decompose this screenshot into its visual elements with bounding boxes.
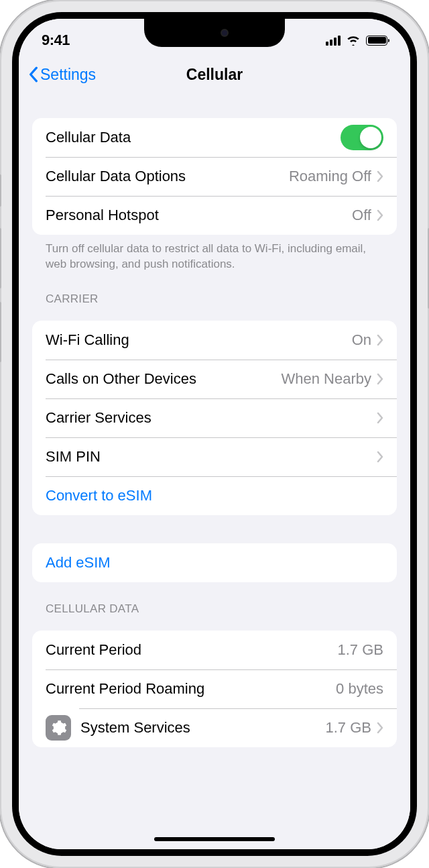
row-label: Cellular Data [46,129,341,146]
row-cellular-data[interactable]: Cellular Data [32,118,397,157]
row-label: Carrier Services [46,409,377,427]
row-label: Personal Hotspot [46,207,352,224]
settings-group-carrier: Wi-Fi Calling On Calls on Other Devices … [32,321,397,515]
row-value: When Nearby [281,370,371,388]
row-label: Calls on Other Devices [46,370,281,388]
row-calls-other-devices[interactable]: Calls on Other Devices When Nearby [32,360,397,398]
row-label: Wi-Fi Calling [46,331,352,349]
gear-icon [46,715,71,741]
row-label: Current Period [46,641,338,659]
row-cellular-data-options[interactable]: Cellular Data Options Roaming Off [32,157,397,196]
settings-group-usage: Current Period 1.7 GB Current Period Roa… [32,631,397,747]
wifi-icon [346,35,361,46]
cellular-signal-icon [326,36,341,46]
nav-header: Settings Cellular [19,56,410,93]
row-value: 1.7 GB [326,719,371,737]
back-label: Settings [40,66,96,84]
row-label: System Services [80,719,326,737]
section-header-carrier: CARRIER [32,292,397,311]
chevron-right-icon [377,334,383,346]
row-current-period-roaming: Current Period Roaming 0 bytes [32,669,397,708]
row-carrier-services[interactable]: Carrier Services [32,398,397,437]
row-add-esim[interactable]: Add eSIM [32,543,397,582]
row-system-services[interactable]: System Services 1.7 GB [32,708,397,747]
chevron-right-icon [377,451,383,463]
row-label: Convert to eSIM [46,487,383,504]
row-value: On [352,331,371,349]
row-value: Roaming Off [289,168,371,185]
home-indicator[interactable] [154,837,275,841]
row-value: 0 bytes [336,680,383,698]
chevron-right-icon [377,722,383,734]
row-personal-hotspot[interactable]: Personal Hotspot Off [32,196,397,235]
battery-icon [366,36,387,46]
section-header-cellular-data: CELLULAR DATA [32,602,397,621]
page-title: Cellular [186,66,243,84]
settings-group-main: Cellular Data Cellular Data Options Roam… [32,118,397,235]
row-sim-pin[interactable]: SIM PIN [32,437,397,476]
row-value: 1.7 GB [338,641,383,659]
row-current-period: Current Period 1.7 GB [32,631,397,669]
row-label: SIM PIN [46,448,377,466]
chevron-right-icon [377,170,383,182]
chevron-right-icon [377,209,383,221]
row-label: Cellular Data Options [46,168,289,185]
phone-frame: 9:41 Settings Cellular [0,0,429,868]
row-label: Add eSIM [46,554,383,572]
section-footer: Turn off cellular data to restrict all d… [32,235,397,272]
row-convert-esim[interactable]: Convert to eSIM [32,476,397,515]
row-value: Off [352,207,371,224]
status-time: 9:41 [42,32,70,49]
chevron-right-icon [377,412,383,424]
status-indicators [326,35,387,46]
settings-group-add-esim: Add eSIM [32,543,397,582]
row-wifi-calling[interactable]: Wi-Fi Calling On [32,321,397,360]
chevron-right-icon [377,373,383,385]
row-label: Current Period Roaming [46,680,336,698]
back-button[interactable]: Settings [28,66,96,84]
cellular-data-toggle[interactable] [341,125,383,150]
